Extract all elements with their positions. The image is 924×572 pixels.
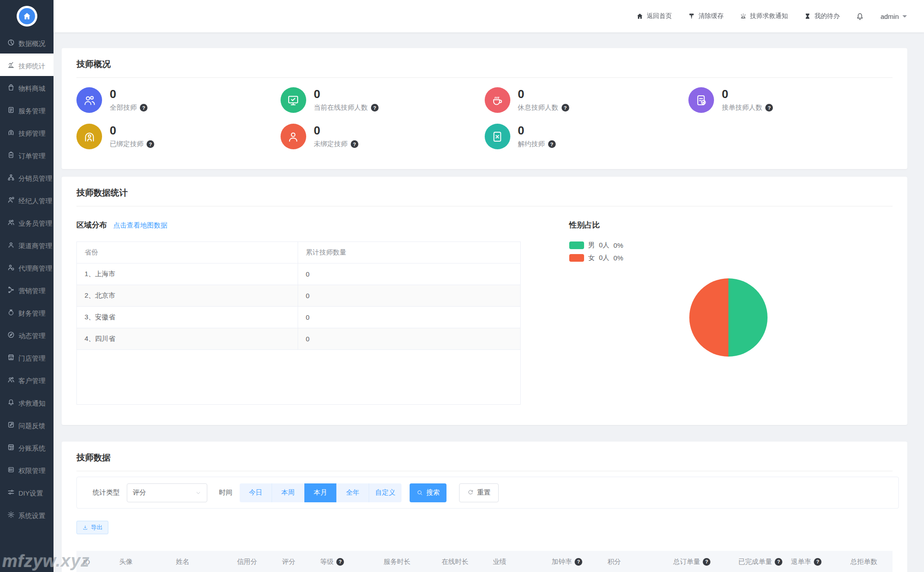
header-link-brush[interactable]: 清除缓存 (688, 12, 723, 20)
help-icon[interactable]: ? (336, 558, 344, 566)
sidebar-item-shopping-bag[interactable]: 物料商城 (0, 76, 54, 98)
app-logo[interactable] (17, 6, 37, 27)
sidebar-item-two-people[interactable]: 业务员管理 (0, 211, 54, 233)
gender-legend: 男0人0%女0人0% (569, 241, 768, 262)
column-label: 评分 (282, 558, 295, 566)
sidebar-item-ledger[interactable]: 分账系统 (0, 436, 54, 458)
legend-item[interactable]: 女0人0% (569, 254, 768, 262)
help-icon[interactable]: ? (775, 558, 782, 566)
export-button-label: 导出 (91, 523, 103, 532)
sidebar-item-label: 服务管理 (18, 107, 45, 116)
legend-item[interactable]: 男0人0% (569, 241, 768, 250)
table-column-header: 等级? (320, 558, 384, 566)
search-button-label: 搜索 (426, 488, 440, 497)
marketing-icon (7, 286, 15, 294)
sidebar-item-person-circle[interactable]: 代理商管理 (0, 256, 54, 278)
count-cell: 0 (298, 313, 520, 321)
stat-type-value: 评分 (133, 488, 146, 497)
search-button[interactable]: 搜索 (410, 483, 446, 502)
header-link-siren[interactable]: 技师求救通知 (740, 12, 788, 20)
sidebar-item-customers[interactable]: 客户管理 (0, 368, 54, 391)
notification-bell-icon[interactable] (856, 12, 864, 21)
legend-swatch (569, 241, 584, 249)
help-icon[interactable]: ? (814, 558, 821, 566)
sidebar-item-label: 业务员管理 (18, 219, 52, 228)
sidebar-item-label: 渠道商管理 (18, 242, 52, 250)
sidebar-item-clipboard[interactable]: 订单管理 (0, 143, 54, 166)
header-link-home[interactable]: 返回首页 (636, 12, 672, 20)
sidebar-item-marketing[interactable]: 营销管理 (0, 278, 54, 301)
sidebar-item-sliders[interactable]: DIY设置 (0, 481, 54, 503)
stat-label: 当前在线技师人数 (314, 103, 368, 112)
sidebar-item-person[interactable]: 渠道商管理 (0, 233, 54, 256)
table-column-header: 业绩 (493, 558, 552, 566)
sidebar-item-pie-chart[interactable]: 数据概况 (0, 31, 54, 54)
sidebar-item-label: 数据概况 (18, 40, 45, 48)
province-cell: 1、上海市 (77, 264, 298, 285)
sidebar-item-arch-person[interactable]: 技师管理 (0, 121, 54, 143)
gear-icon (7, 511, 15, 518)
sidebar-item-label: 财务管理 (18, 309, 45, 318)
region-table: 省份累计技师数量1、上海市02、北京市03、安徽省04、四川省0 (76, 241, 521, 405)
help-icon[interactable]: ? (703, 558, 710, 566)
help-icon[interactable]: ? (562, 104, 569, 112)
sidebar-item-label: 代理商管理 (18, 264, 52, 273)
sidebar-item-label: 物料商城 (18, 85, 45, 93)
sidebar-item-bar-chart[interactable]: 技师统计 (0, 54, 54, 76)
sidebar-item-org-chart[interactable]: 分销员管理 (0, 166, 54, 188)
coffee-icon (485, 87, 510, 113)
province-cell: 4、四川省 (77, 328, 298, 349)
sidebar-item-person-badge[interactable]: 经纪人管理 (0, 188, 54, 211)
sidebar-item-label: 技师统计 (18, 62, 45, 71)
help-icon[interactable]: ? (140, 104, 147, 112)
region-table-row: 4、四川省0 (77, 328, 520, 350)
region-table-header: 省份累计技师数量 (77, 242, 520, 264)
stat-doc-check: 0接单技师人数? (688, 87, 893, 113)
time-option-button[interactable]: 全年 (337, 483, 369, 502)
pie-chart-icon (7, 39, 15, 46)
reset-button[interactable]: 重置 (459, 483, 499, 502)
export-button[interactable]: 导出 (76, 521, 108, 534)
help-icon[interactable]: ? (351, 140, 358, 148)
coffee-icon (491, 94, 504, 107)
user-menu[interactable]: admin (880, 13, 907, 20)
sidebar-item-store[interactable]: 门店管理 (0, 346, 54, 368)
technician-overview-card: 技师概况 0全部技师?0当前在线技师人数?0休息技师人数?0接单技师人数?0已绑… (62, 48, 907, 169)
time-option-button[interactable]: 自定义 (369, 483, 402, 502)
clipboard-icon (7, 151, 15, 159)
table-column-header: 加钟率? (552, 558, 607, 566)
sidebar-item-doc-list[interactable]: 服务管理 (0, 98, 54, 121)
sidebar-item-money-purse[interactable]: 财务管理 (0, 301, 54, 323)
help-icon[interactable]: ? (575, 558, 582, 566)
help-icon[interactable]: ? (147, 140, 154, 148)
reset-button-label: 重置 (477, 488, 491, 497)
time-option-button[interactable]: 本周 (272, 483, 304, 502)
sidebar-item-label: 客户管理 (18, 377, 45, 385)
person-circle-icon (7, 264, 15, 271)
sidebar-item-gear[interactable]: 系统设置 (0, 503, 54, 526)
doc-check-icon (695, 94, 708, 107)
help-icon[interactable]: ? (765, 104, 773, 112)
sidebar-item-label: 分销员管理 (18, 174, 52, 183)
two-people-icon (7, 219, 15, 226)
help-icon[interactable]: ? (548, 140, 556, 148)
map-data-link[interactable]: 点击查看地图数据 (113, 221, 167, 229)
time-option-button[interactable]: 本月 (304, 483, 337, 502)
time-option-button[interactable]: 今日 (240, 483, 272, 502)
topbar: 返回首页清除缓存技师求救通知我的待办 admin (54, 0, 924, 32)
table-column-header: 评分 (282, 558, 320, 566)
column-label: 姓名 (176, 558, 189, 566)
person-icon (286, 130, 300, 143)
sidebar-item-compass[interactable]: 动态管理 (0, 323, 54, 346)
sidebar-item-feedback[interactable]: 问题反馈 (0, 413, 54, 436)
technician-data-stats-card: 技师数据统计 区域分布点击查看地图数据 省份累计技师数量1、上海市02、北京市0… (62, 177, 907, 425)
header-link-hourglass[interactable]: 我的待办 (804, 12, 839, 20)
column-label: 已完成单量 (738, 558, 772, 566)
stat-doc-x: 0解约技师? (485, 124, 689, 149)
help-icon[interactable]: ? (371, 104, 379, 112)
legend-swatch (569, 254, 584, 262)
stat-type-select[interactable]: 评分 (127, 483, 207, 502)
sidebar-item-permission[interactable]: 权限管理 (0, 458, 54, 481)
col-count: 累计技师数量 (298, 248, 520, 257)
sidebar-item-bell[interactable]: 求救通知 (0, 391, 54, 413)
